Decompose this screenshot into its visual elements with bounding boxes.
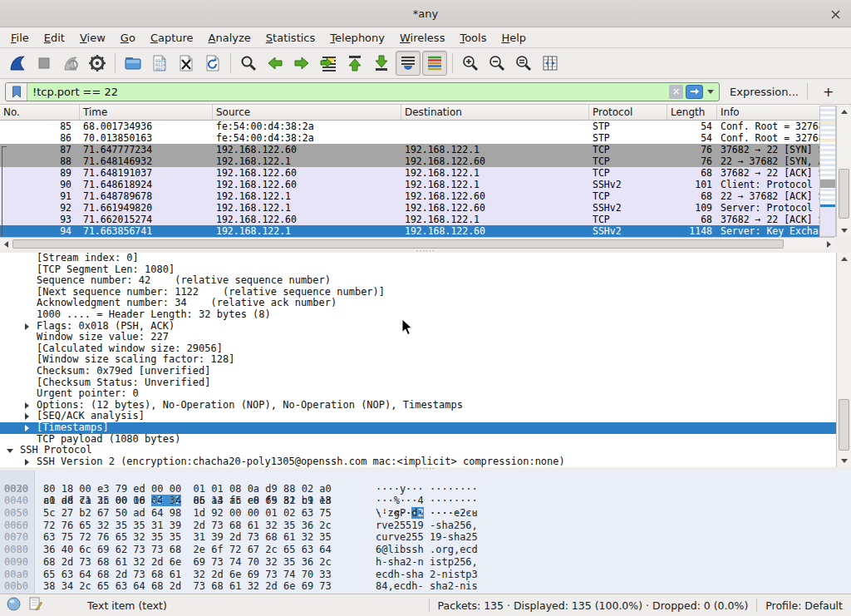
detail-line[interactable]: Checksum: 0x79ed [unverified] [0,366,836,377]
scroll-down-icon[interactable] [838,455,850,467]
packet-row-88[interactable]: 8871.648146932192.168.122.1192.168.122.6… [0,155,819,167]
detail-line-options[interactable]: Options: (12 bytes), No-Operation (NOP),… [0,400,836,411]
menu-statistics[interactable]: Statistics [258,29,322,47]
detail-line[interactable]: [Window size scaling factor: 128] [0,354,836,366]
detail-line-timestamps-selected[interactable]: [Timestamps] [0,422,836,434]
menu-tools[interactable]: Tools [452,29,494,47]
reload-file-icon[interactable] [200,51,225,76]
packet-minimap[interactable] [819,106,836,237]
close-file-icon[interactable] [174,51,199,76]
detail-line[interactable]: [Calculated window size: 29056] [0,343,836,355]
column-header-time[interactable]: Time [80,105,213,120]
capture-comment-icon[interactable] [29,597,42,614]
menu-wireless[interactable]: Wireless [392,29,452,47]
scroll-thumb[interactable] [839,169,849,219]
detail-line[interactable]: 1000 .... = Header Length: 32 bytes (8) [0,309,836,321]
go-to-packet-icon[interactable] [316,51,341,76]
start-capture-icon[interactable] [5,51,30,76]
menu-view[interactable]: View [72,29,113,47]
packet-row-92[interactable]: 9271.661949820192.168.122.1192.168.122.6… [0,202,819,214]
scroll-up-icon[interactable] [838,253,850,265]
scroll-up-icon[interactable] [838,106,850,118]
packet-row-93[interactable]: 9371.662015274192.168.122.60192.168.122.… [0,214,819,225]
column-header-destination[interactable]: Destination [401,105,589,120]
menu-file[interactable]: File [3,29,37,47]
capture-options-icon[interactable] [85,51,110,76]
detail-line[interactable]: Acknowledgment number: 34 (relative ack … [0,298,836,309]
menu-telephony[interactable]: Telephony [322,29,392,47]
packet-row-91[interactable]: 9171.648789678192.168.122.1192.168.122.6… [0,190,819,202]
add-filter-button[interactable]: + [816,84,840,100]
detail-line-flags[interactable]: Flags: 0x018 (PSH, ACK) [0,321,836,333]
expander-icon[interactable] [25,402,29,409]
stop-capture-icon[interactable] [32,51,57,76]
go-last-icon[interactable] [369,51,394,76]
go-forward-icon[interactable] [289,51,314,76]
detail-line[interactable]: Urgent pointer: 0 [0,388,836,400]
menu-analyze[interactable]: Analyze [201,29,258,47]
hex-row[interactable]: 0040a1 dd c1 25 00 00 04 34 06 14 f5 e8 … [0,495,851,507]
filter-history-dropdown-icon[interactable] [707,90,714,94]
go-back-icon[interactable] [263,51,288,76]
column-header-protocol[interactable]: Protocol [589,105,667,120]
detail-line-tcp-payload[interactable]: TCP payload (1080 bytes) [0,434,836,446]
zoom-original-icon[interactable] [511,51,536,76]
expander-icon[interactable] [25,459,29,466]
hex-row[interactable]: 009068 2d 73 68 61 32 2d 6e 69 73 74 70 … [0,556,851,569]
hex-row[interactable]: 003080 18 00 e3 79 ed 00 00 01 01 08 0a … [0,483,851,495]
zoom-out-icon[interactable] [485,51,509,76]
expander-icon[interactable] [25,413,29,420]
menu-edit[interactable]: Edit [37,29,72,47]
detail-line[interactable]: [TCP Segment Len: 1080] [0,264,836,276]
restart-capture-icon[interactable] [58,51,83,76]
filter-clear-icon[interactable]: ✕ [669,85,683,99]
scroll-right-icon[interactable] [823,239,834,249]
close-icon[interactable] [828,7,843,22]
hex-row[interactable]: 00a065 63 64 68 2d 73 68 61 32 2d 6e 69 … [0,569,851,581]
menu-help[interactable]: Help [494,29,534,47]
detail-line-seqack[interactable]: [SEQ/ACK analysis] [0,411,836,422]
detail-line[interactable]: [Stream index: 0] [0,253,836,264]
packet-row-89[interactable]: 8971.648191037192.168.122.60192.168.122.… [0,167,819,179]
detail-line[interactable]: Sequence number: 42 (relative sequence n… [0,275,836,287]
profile-selector[interactable]: Profile: Default [765,599,851,612]
display-filter-input[interactable] [27,83,669,101]
packet-row-86[interactable]: 8670.013850163fe:54:00:d4:38:2aSTP54Conf… [0,132,819,144]
hex-row[interactable]: 00505c 27 b2 67 50 ad 64 98 1d 92 00 00 … [0,507,851,520]
expander-icon[interactable] [7,449,13,453]
hex-row[interactable]: 0020 c0 a8 7a 3c 00 16 93 32 85 a3 ac c0… [0,471,851,483]
packet-row-87[interactable]: 8771.647777234192.168.122.60192.168.122.… [0,144,819,155]
hex-row[interactable]: 00b038 34 2c 65 63 64 68 2d 73 68 61 32 … [0,580,851,593]
expert-info-icon[interactable] [7,597,21,614]
detail-line[interactable]: [Next sequence number: 1122 (relative se… [0,287,836,298]
column-header-source[interactable]: Source [213,105,401,120]
go-first-icon[interactable] [342,51,367,76]
zoom-in-icon[interactable] [458,51,483,76]
resize-columns-icon[interactable] [538,51,563,76]
find-icon[interactable] [236,51,261,76]
scroll-left-icon[interactable] [0,239,12,249]
packet-list-vscrollbar[interactable] [836,106,851,237]
hex-row[interactable]: 008036 40 6c 69 62 73 73 68 2e 6f 72 67 … [0,544,851,556]
scroll-thumb[interactable] [12,239,784,249]
details-vscrollbar[interactable] [836,253,851,467]
hex-row[interactable]: 007063 75 72 76 65 32 35 35 31 39 2d 73 … [0,531,851,544]
detail-line-ssh-protocol[interactable]: SSH Protocol [0,445,836,456]
auto-scroll-icon[interactable] [396,51,421,76]
expander-icon[interactable] [25,425,29,431]
detail-line[interactable]: [Checksum Status: Unverified] [0,377,836,389]
detail-line[interactable]: Window size value: 227 [0,332,836,343]
scroll-down-icon[interactable] [838,224,850,237]
filter-apply-icon[interactable] [686,85,703,99]
column-header-no[interactable]: No. [0,105,80,120]
expander-icon[interactable] [25,323,29,330]
filter-bookmark-icon[interactable] [6,83,27,101]
scroll-thumb[interactable] [839,399,849,451]
packet-row-94-selected[interactable]: 9471.663856741192.168.122.1192.168.122.6… [0,225,819,237]
colorize-icon[interactable] [422,51,447,76]
expression-button[interactable]: Expression... [730,86,799,98]
menu-go[interactable]: Go [113,29,143,47]
hex-row[interactable]: 006072 76 65 32 35 35 31 39 2d 73 68 61 … [0,520,851,532]
open-file-icon[interactable] [121,51,145,76]
packet-row-85[interactable]: 8568.001734936fe:54:00:d4:38:2aSTP54Conf… [0,121,819,132]
